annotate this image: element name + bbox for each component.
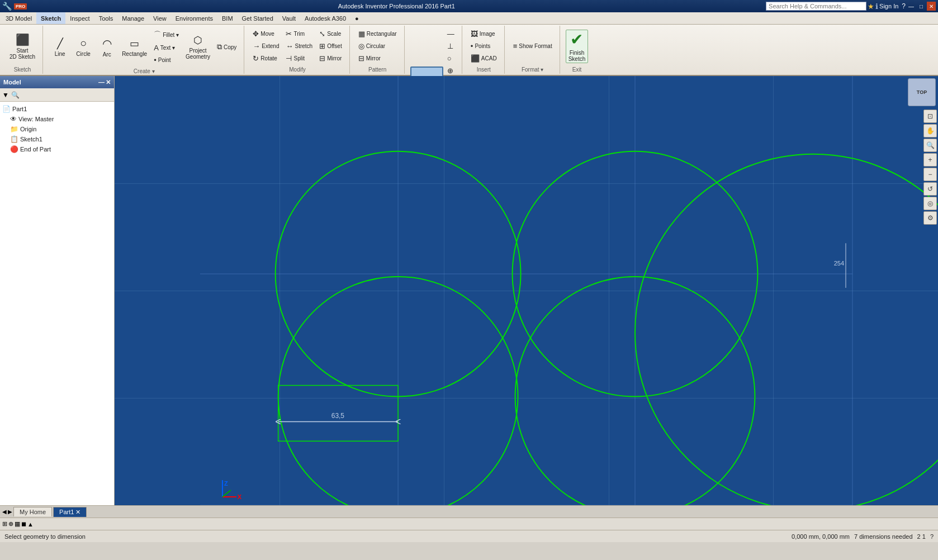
- constrain-circle-btn[interactable]: ○: [444, 53, 457, 64]
- panel-close-button[interactable]: ✕: [106, 79, 111, 86]
- title-help-icon[interactable]: ?: [902, 2, 906, 10]
- sign-in-label[interactable]: Sign In: [879, 3, 898, 10]
- ribbon-group-insert-items: 🖼 Image • Points ⬛ ACAD: [467, 26, 501, 67]
- tool1-btn[interactable]: ▦: [15, 520, 20, 528]
- sketch-icon: ⬛: [16, 33, 30, 46]
- copy-button[interactable]: ⧉ Copy: [214, 41, 239, 53]
- tree-item-endofpart[interactable]: 🔴 End of Part: [8, 144, 114, 154]
- acad-button[interactable]: ⬛ ACAD: [468, 53, 500, 64]
- start-2d-sketch-button[interactable]: ⬛ Start2D Sketch: [7, 30, 38, 63]
- menu-dot[interactable]: ●: [350, 12, 363, 24]
- tool2-btn[interactable]: ◼: [21, 520, 26, 528]
- tree-origin-label: Origin: [20, 126, 36, 132]
- pan-button[interactable]: ✋: [923, 124, 937, 137]
- search-panel-icon[interactable]: 🔍: [11, 91, 20, 99]
- start-sketch-label: Start2D Sketch: [10, 48, 35, 60]
- circle-button[interactable]: ○ Circle: [72, 30, 94, 64]
- rectangle-button[interactable]: ▭ Rectangle: [119, 30, 150, 64]
- tab-nav-right[interactable]: ▶: [8, 509, 12, 515]
- circular-label: Circular: [366, 43, 385, 49]
- stretch-button[interactable]: ↔ Stretch: [283, 40, 315, 52]
- rotate-button[interactable]: ↻ Rotate: [250, 53, 282, 64]
- finish-sketch-button[interactable]: ✔ FinishSketch: [566, 30, 589, 63]
- mirror-modify-button[interactable]: ⊟ Mirror: [316, 53, 345, 64]
- menu-autodesk[interactable]: Autodesk A360: [300, 12, 350, 24]
- star-icon[interactable]: ★: [868, 2, 874, 11]
- tab-nav-left[interactable]: ◀: [2, 509, 7, 515]
- rectangular-button[interactable]: ▦ Rectangular: [356, 28, 400, 40]
- zoom-in-button[interactable]: +: [923, 153, 937, 167]
- status-numbers: 2 1: [917, 533, 926, 540]
- view-cube[interactable]: TOP: [908, 78, 936, 106]
- folder-icon: 📁: [10, 125, 18, 133]
- search-input[interactable]: [766, 2, 866, 11]
- zoom-fit-button[interactable]: ⊡: [923, 110, 937, 123]
- pro-badge: PRO: [14, 3, 27, 10]
- snap-btn[interactable]: ⊕: [8, 520, 13, 528]
- arc-button[interactable]: ◠ Arc: [96, 30, 118, 64]
- rotate-view-button[interactable]: ↺: [923, 182, 937, 196]
- move-button[interactable]: ✥ Move: [250, 28, 282, 40]
- mirror-label: Mirror: [327, 55, 342, 61]
- view-cube-label: TOP: [917, 89, 927, 95]
- grid-btn[interactable]: ⊞: [2, 520, 7, 528]
- image-label: Image: [480, 31, 495, 37]
- info-icon[interactable]: ℹ: [875, 2, 878, 11]
- svg-text:X: X: [238, 493, 242, 500]
- scale-button[interactable]: ⤡ Scale: [316, 28, 345, 40]
- up-btn[interactable]: ▲: [27, 521, 34, 528]
- zoom-button[interactable]: 🔍: [923, 139, 937, 152]
- line-button[interactable]: ╱ Line: [49, 30, 71, 64]
- tree-item-sketch1[interactable]: 📋 Sketch1: [8, 134, 114, 144]
- image-button[interactable]: 🖼 Image: [468, 28, 500, 40]
- split-button[interactable]: ⊣ Split: [283, 53, 315, 64]
- menu-inspect[interactable]: Inspect: [65, 12, 94, 24]
- tab-part1[interactable]: Part1 ✕: [53, 507, 87, 517]
- zoom-out-button[interactable]: −: [923, 168, 937, 181]
- endofpart-icon: 🔴: [10, 145, 18, 153]
- ribbon-group-create-items: ╱ Line ○ Circle ◠ Arc ▭ Rectangle ⌒: [48, 26, 240, 68]
- text-button[interactable]: A Text ▾: [151, 42, 182, 54]
- rectangular-icon: ▦: [358, 30, 365, 38]
- menu-3dmodel[interactable]: 3D Model: [1, 12, 36, 24]
- point-button[interactable]: • Point: [151, 54, 182, 66]
- sketch-canvas[interactable]: 63,5 254 Z X TOP ⊡ ✋ 🔍 + − ↺ ◎: [115, 76, 938, 505]
- tree-item-viewmaster[interactable]: 👁 View: Master: [8, 114, 114, 124]
- menu-getstarted[interactable]: Get Started: [238, 12, 278, 24]
- fillet-button[interactable]: ⌒ Fillet ▾: [151, 28, 182, 41]
- dimensions-needed-label: 7 dimensions needed: [854, 533, 913, 540]
- mirror-pattern-icon: ⊟: [358, 54, 364, 63]
- minimize-button[interactable]: —: [907, 2, 916, 11]
- model-tree: 📄 Part1 👁 View: Master 📁 Origin 📋 Sketch…: [0, 102, 114, 505]
- title-bar-left: 🔧 PRO: [2, 2, 27, 11]
- trim-button[interactable]: ✂ Trim: [283, 28, 315, 40]
- extend-button[interactable]: → Extend: [250, 40, 282, 52]
- menu-manage[interactable]: Manage: [117, 12, 149, 24]
- maximize-button[interactable]: □: [917, 2, 926, 11]
- project-geometry-button[interactable]: ⬡ ProjectGeometry: [183, 30, 213, 64]
- mirror-pattern-button[interactable]: ⊟ Mirror: [356, 53, 400, 64]
- view-settings-button[interactable]: ⚙: [923, 211, 937, 225]
- menu-vault[interactable]: Vault: [278, 12, 300, 24]
- coords-label: 0,000 mm, 0,000 mm: [792, 533, 850, 540]
- constrain-perp-btn[interactable]: ⊥: [444, 40, 457, 52]
- points-button[interactable]: • Points: [468, 40, 500, 52]
- circular-pattern-button[interactable]: ◎ Circular: [356, 40, 400, 52]
- look-at-button[interactable]: ◎: [923, 197, 937, 210]
- filter-icon[interactable]: ▼: [2, 91, 9, 99]
- menu-tools[interactable]: Tools: [94, 12, 118, 24]
- constrain-line-btn[interactable]: —: [444, 28, 457, 40]
- constrain-fix-btn[interactable]: ⊕: [444, 65, 457, 77]
- close-button[interactable]: ✕: [927, 2, 936, 11]
- menu-view[interactable]: View: [149, 12, 171, 24]
- panel-minimize-button[interactable]: —: [98, 79, 105, 86]
- menu-bim[interactable]: BIM: [217, 12, 238, 24]
- menu-environments[interactable]: Environments: [171, 12, 217, 24]
- show-format-button[interactable]: ≡ Show Format: [510, 40, 555, 52]
- menu-sketch[interactable]: Sketch: [36, 12, 65, 24]
- help-icon[interactable]: ?: [930, 533, 934, 540]
- tree-item-origin[interactable]: 📁 Origin: [8, 124, 114, 134]
- offset-button[interactable]: ⊞ Offset: [316, 40, 345, 52]
- tab-myhome[interactable]: My Home: [13, 507, 52, 516]
- tree-item-part1[interactable]: 📄 Part1: [0, 104, 114, 114]
